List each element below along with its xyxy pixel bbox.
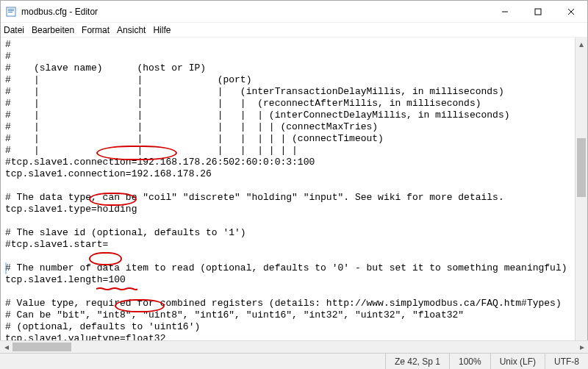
scroll-thumb[interactable]	[577, 138, 586, 197]
menu-file[interactable]: Datei	[4, 25, 24, 35]
menu-format[interactable]: Format	[82, 25, 110, 35]
maximize-button[interactable]	[521, 1, 554, 22]
scroll-left-arrow[interactable]: ◂	[0, 341, 12, 353]
window-controls	[488, 1, 587, 22]
scroll-right-arrow[interactable]: ▸	[576, 341, 588, 353]
scroll-track[interactable]	[576, 50, 587, 340]
status-encoding: UTF-8	[545, 354, 588, 369]
menu-edit[interactable]: Bearbeiten	[32, 25, 74, 35]
svg-rect-2	[8, 10, 14, 11]
app-icon	[5, 6, 17, 18]
scroll-track[interactable]	[12, 341, 576, 353]
window-title: modbus.cfg - Editor	[21, 7, 488, 17]
titlebar: modbus.cfg - Editor	[1, 1, 587, 23]
status-lineending: Unix (LF)	[490, 354, 545, 369]
close-button[interactable]	[554, 1, 587, 22]
svg-rect-5	[535, 9, 541, 15]
editor-area[interactable]: # # # (slave name) (host or IP) # | | (p…	[1, 37, 587, 352]
menu-help[interactable]: Hilfe	[153, 25, 171, 35]
menubar: Datei Bearbeiten Format Ansicht Hilfe	[1, 23, 587, 37]
text-content[interactable]: # # # (slave name) (host or IP) # | | (p…	[1, 37, 587, 352]
minimize-button[interactable]	[488, 1, 521, 22]
horizontal-scrollbar[interactable]: ◂ ▸	[0, 340, 588, 353]
status-zoom: 100%	[449, 354, 490, 369]
status-position: Ze 42, Sp 1	[385, 354, 449, 369]
statusbar: Ze 42, Sp 1 100% Unix (LF) UTF-8	[0, 353, 588, 369]
svg-rect-1	[8, 9, 14, 10]
scroll-up-arrow[interactable]: ▴	[576, 37, 587, 50]
svg-rect-3	[8, 12, 12, 12]
scroll-thumb[interactable]	[12, 343, 71, 351]
vertical-scrollbar[interactable]: ▴ ▾	[575, 37, 587, 352]
menu-view[interactable]: Ansicht	[117, 25, 146, 35]
